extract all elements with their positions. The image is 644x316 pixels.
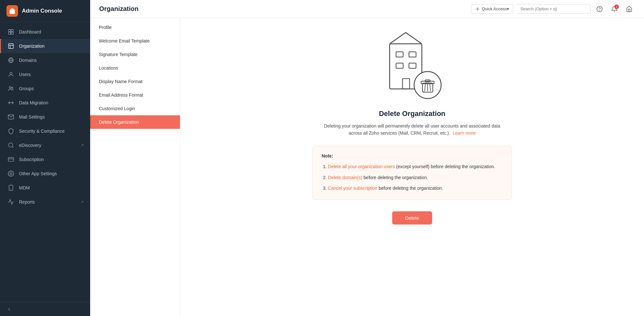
sidebar-item-label: Mail Settings xyxy=(19,114,45,120)
sidebar-item-ediscovery[interactable]: eDiscovery ↗ xyxy=(0,138,90,152)
svg-rect-17 xyxy=(8,158,14,161)
quick-access-button[interactable]: Quick Access ▾ xyxy=(471,4,513,14)
mdm-icon xyxy=(7,184,14,191)
subnav-item-profile[interactable]: Profile xyxy=(90,21,180,34)
sidebar-item-users[interactable]: Users xyxy=(0,67,90,81)
topbar: Organization Quick Access ▾ 1 xyxy=(90,0,644,18)
note-title: Note: xyxy=(322,153,503,158)
svg-point-24 xyxy=(597,6,602,12)
note-box: Note: 1. Delete all your organization us… xyxy=(312,146,512,200)
search-input[interactable] xyxy=(516,4,591,14)
help-button[interactable] xyxy=(594,3,605,15)
main: Organization Quick Access ▾ 1 Pr xyxy=(90,0,644,316)
external-icon: ↗ xyxy=(80,143,84,148)
svg-line-16 xyxy=(12,147,14,148)
subscription-icon xyxy=(7,156,14,163)
page-title: Organization xyxy=(99,5,471,13)
subnav-item-locations[interactable]: Locations xyxy=(90,61,180,75)
note-item-3: 3. Cancel your subscription before delet… xyxy=(322,185,503,192)
svg-point-15 xyxy=(9,143,13,147)
sidebar-header: Admin Console xyxy=(0,0,90,22)
sidebar-item-label: Security & Compliance xyxy=(19,129,65,134)
dashboard-icon xyxy=(7,28,14,35)
other-app-icon xyxy=(7,170,14,177)
svg-point-19 xyxy=(10,173,12,175)
sidebar-item-data-migration[interactable]: Data Migration xyxy=(0,96,90,110)
sidebar-item-mdm[interactable]: MDM xyxy=(0,181,90,195)
domains-icon xyxy=(7,57,14,64)
sidebar-item-label: eDiscovery xyxy=(19,143,41,148)
sidebar-item-label: Organization xyxy=(19,43,44,49)
delete-users-link[interactable]: Delete all your organization users xyxy=(328,164,395,169)
sidebar-item-label: Other App Settings xyxy=(19,171,57,176)
sidebar-item-label: Subscription xyxy=(19,157,44,162)
delete-domains-link[interactable]: Delete domain(s) xyxy=(328,175,363,180)
content: Profile Welcome Email Template Signature… xyxy=(90,18,644,316)
subnav-item-welcome-email[interactable]: Welcome Email Template xyxy=(90,34,180,48)
svg-point-10 xyxy=(10,72,12,74)
svg-rect-27 xyxy=(396,52,403,57)
users-icon xyxy=(7,71,14,78)
subnav: Profile Welcome Email Template Signature… xyxy=(90,18,180,316)
sidebar-item-label: Groups xyxy=(19,86,34,91)
panel: Delete Organization Deleting your organi… xyxy=(180,18,644,316)
sidebar-item-label: Reports xyxy=(19,199,35,205)
svg-rect-4 xyxy=(9,44,14,49)
svg-rect-28 xyxy=(409,52,416,57)
data-migration-icon xyxy=(7,99,14,106)
sidebar-collapse-btn[interactable] xyxy=(0,302,90,316)
sidebar-item-label: Domains xyxy=(19,58,37,63)
note-item-2: 2. Delete domain(s) before deleting the … xyxy=(322,174,503,182)
delete-button[interactable]: Delete xyxy=(392,211,432,225)
subnav-item-email-address-format[interactable]: Email Address Format xyxy=(90,88,180,102)
home-button[interactable] xyxy=(623,3,635,15)
sidebar-item-label: Dashboard xyxy=(19,29,41,34)
reports-icon xyxy=(7,198,14,206)
sidebar-item-other-app-settings[interactable]: Other App Settings xyxy=(0,167,90,181)
learn-more-link[interactable]: Learn more xyxy=(453,130,476,136)
delete-org-title: Delete Organization xyxy=(379,110,446,118)
app-name: Admin Console xyxy=(22,8,62,14)
sidebar-item-label: MDM xyxy=(19,185,30,190)
svg-rect-0 xyxy=(9,30,11,32)
sidebar-item-label: Data Migration xyxy=(19,100,48,105)
svg-rect-1 xyxy=(11,30,14,32)
mail-settings-icon xyxy=(7,113,14,120)
subnav-item-customized-login[interactable]: Customized Login xyxy=(90,102,180,115)
svg-point-23 xyxy=(477,8,478,10)
ediscovery-icon xyxy=(7,142,14,149)
svg-rect-2 xyxy=(9,32,11,34)
sidebar-item-label: Users xyxy=(19,72,31,77)
sidebar-item-dashboard[interactable]: Dashboard xyxy=(0,25,90,39)
delete-org-description: Deleting your organization will permanen… xyxy=(319,122,506,137)
organization-icon xyxy=(7,43,14,50)
sidebar-nav: Dashboard Organization Domains Users Gro xyxy=(0,22,90,302)
subnav-item-signature-template[interactable]: Signature Template xyxy=(90,48,180,61)
groups-icon xyxy=(7,85,14,92)
svg-rect-31 xyxy=(402,79,410,89)
sidebar: Admin Console Dashboard Organization Dom… xyxy=(0,0,90,316)
notification-badge: 1 xyxy=(614,5,619,9)
external-icon: ↗ xyxy=(80,200,84,204)
svg-rect-29 xyxy=(396,63,403,68)
delete-org-illustration xyxy=(380,31,444,103)
sidebar-item-mail-settings[interactable]: Mail Settings xyxy=(0,110,90,124)
subnav-item-delete-organization[interactable]: Delete Organization xyxy=(90,115,180,129)
sidebar-item-groups[interactable]: Groups xyxy=(0,81,90,96)
topbar-actions: Quick Access ▾ 1 xyxy=(471,3,635,15)
svg-rect-3 xyxy=(11,32,14,34)
quick-access-label: Quick Access xyxy=(482,6,507,11)
cancel-subscription-link[interactable]: Cancel your subscription xyxy=(328,186,377,191)
svg-point-12 xyxy=(12,87,13,88)
sidebar-item-subscription[interactable]: Subscription xyxy=(0,152,90,167)
notifications-button[interactable]: 1 xyxy=(609,3,620,15)
note-item-1: 1. Delete all your organization users (e… xyxy=(322,163,503,171)
app-logo xyxy=(6,5,18,17)
sidebar-item-organization[interactable]: Organization xyxy=(0,39,90,53)
sidebar-item-domains[interactable]: Domains xyxy=(0,53,90,67)
subnav-item-display-name-format[interactable]: Display Name Format xyxy=(90,75,180,88)
sidebar-item-reports[interactable]: Reports ↗ xyxy=(0,195,90,209)
security-icon xyxy=(7,128,14,135)
sidebar-item-security-compliance[interactable]: Security & Compliance xyxy=(0,124,90,138)
svg-rect-30 xyxy=(409,63,416,68)
